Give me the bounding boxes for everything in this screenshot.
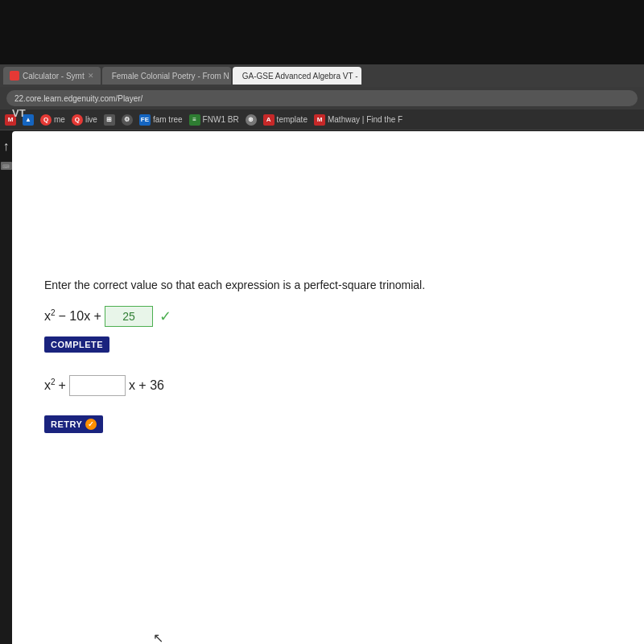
bookmark-template[interactable]: A template [263,114,308,126]
dots-icon: ⊛ [246,114,257,126]
algebra-tab-label: GA-GSE Advanced Algebra VT - [242,72,358,80]
bookmark-gear[interactable]: ⚙ [122,114,133,126]
mathway-label: Mathway | Find the F [328,115,402,124]
expr2-plus: + [59,378,66,393]
expr1-exp: 2 [51,308,56,317]
bookmark-grid[interactable]: ⊞ [104,114,115,126]
bookmarks-bar: M ▲ Q me Q live ⊞ ⚙ FE fam tree [0,109,644,130]
poetry-tab-label: Female Colonial Poetry - From N [112,72,229,80]
mathway-icon: M [314,114,325,126]
question-instruction: Enter the correct value so that each exp… [44,279,628,291]
vt-label: VT [12,107,26,119]
address-bar-row: 22.core.learn.edgenuity.com/Player/ [0,87,644,109]
cursor: ↖ [153,630,163,644]
grid-icon: ⊞ [104,114,115,126]
expr2-answer-box[interactable] [69,375,126,396]
fnw-icon: ≡ [189,114,200,126]
screen: Calculator - Symt ✕ Female Colonial Poet… [0,0,644,644]
complete-button[interactable]: COMPLETE [44,336,109,353]
expr1-answer-value: 25 [122,310,135,323]
qme-label: me [54,115,65,124]
calc-tab-label: Calculator - Symt [23,72,85,80]
sidebar-arrow-icon: ↑ [3,139,10,154]
expr1-answer-box[interactable]: 25 [105,306,153,327]
qme-icon: Q [40,114,52,126]
algebra-tab[interactable]: GA-GSE Advanced Algebra VT - ✕ [233,67,361,85]
template-icon: A [263,114,275,126]
fe-icon: FE [139,114,151,126]
expr2-suffix: x + 36 [129,378,164,393]
content-area: VT Enter the correct value so that each … [12,131,644,644]
retry-check-icon: ✓ [85,419,97,430]
calc-favicon [10,71,19,80]
tab-bar: Calculator - Symt ✕ Female Colonial Poet… [0,64,644,87]
poetry-tab[interactable]: Female Colonial Poetry - From N ✕ [102,67,231,85]
fnw-label: FNW1 BR [203,115,239,124]
expression1-row: x2 − 10x + 25 ✓ [44,306,628,327]
qlive-icon: Q [72,114,83,126]
sidebar-keyboard-icon: ⌨ [1,162,12,170]
expr2-prefix: x2 [44,378,56,393]
left-sidebar: ↑ ⌨ [0,131,12,644]
question-area: Enter the correct value so that each exp… [44,279,628,433]
retry-label: RETRY [51,419,82,429]
bookmark-qlive[interactable]: Q live [72,114,97,126]
bookmark-fe[interactable]: FE fam tree [139,114,183,126]
expression2-row: x2 + x + 36 [44,375,628,396]
calc-close-btn[interactable]: ✕ [88,72,94,80]
bookmark-dots[interactable]: ⊛ [246,114,257,126]
calc-tab[interactable]: Calculator - Symt ✕ [3,67,101,85]
complete-label: COMPLETE [51,340,103,349]
bookmark-mathway[interactable]: M Mathway | Find the F [314,114,402,126]
expr2-exp: 2 [51,378,56,386]
template-label: template [277,115,308,124]
bookmark-qme[interactable]: Q me [40,114,65,126]
url-text: 22.core.learn.edgenuity.com/Player/ [14,94,142,103]
retry-button[interactable]: RETRY ✓ [44,415,103,433]
checkmark-icon: ✓ [159,308,171,325]
expr1-middle: − 10x + [59,309,101,324]
bookmark-fnw[interactable]: ≡ FNW1 BR [189,114,239,126]
top-dark-area [0,0,644,66]
gear-icon: ⚙ [122,114,133,126]
qlive-label: live [85,115,97,124]
expr1-prefix: x2 [44,308,56,324]
address-bar[interactable]: 22.core.learn.edgenuity.com/Player/ [6,90,638,106]
fe-label: fam tree [153,115,183,124]
browser-chrome: Calculator - Symt ✕ Female Colonial Poet… [0,64,644,130]
